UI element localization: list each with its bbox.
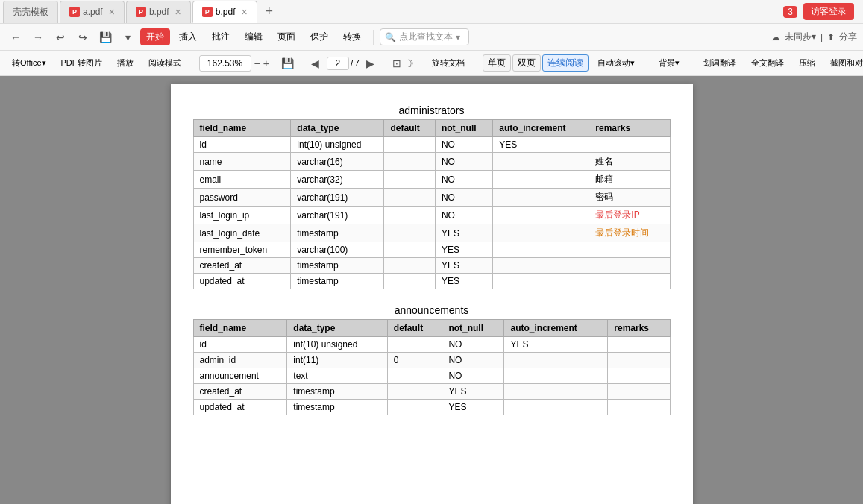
administrators-table: field_name data_type default not_null au…	[193, 119, 671, 289]
cell-default	[384, 242, 435, 258]
full-translate-btn[interactable]: 全文翻译	[745, 55, 790, 71]
vocab-translate-btn[interactable]: 划词翻译	[697, 55, 742, 71]
table-row: remember_tokenvarchar(100)YES	[193, 242, 670, 258]
tab-a-pdf[interactable]: P a.pdf ×	[60, 1, 125, 23]
cell-not_null: NO	[435, 189, 492, 207]
separator-1	[373, 30, 374, 45]
cell-not_null: YES	[435, 242, 492, 258]
start-tab[interactable]: 开始	[140, 28, 170, 45]
cloud-sync-icon: ☁	[771, 32, 780, 42]
cell-field_name: password	[193, 189, 291, 207]
to-office-btn[interactable]: 转Office▾	[6, 55, 52, 71]
title-bar-right: 3 访客登录	[783, 3, 860, 20]
share-label[interactable]: 分享	[839, 31, 857, 43]
single-view-btn[interactable]: 单页	[483, 54, 511, 72]
cell-data_type: int(10) unsigned	[287, 337, 388, 353]
tab-template[interactable]: 壳壳模板	[3, 1, 58, 23]
compress-btn[interactable]: 压缩	[793, 55, 821, 71]
auto-scroll-btn[interactable]: 自动滚动▾	[591, 55, 641, 71]
next-page-btn[interactable]: ▶	[361, 54, 380, 73]
cell-not_null: YES	[442, 384, 504, 400]
background-btn[interactable]: 背景▾	[653, 55, 685, 71]
fit-page-btn[interactable]: ⊡	[392, 54, 401, 73]
table-row: passwordvarchar(191)NO密码	[193, 189, 670, 207]
cell-not_null: YES	[435, 224, 492, 242]
save-button[interactable]: 💾	[95, 28, 115, 47]
cell-auto_increment: YES	[504, 337, 608, 353]
tab-a-pdf-close[interactable]: ×	[109, 6, 115, 18]
table-row: created_attimestampYES	[193, 258, 670, 274]
cell-remarks	[589, 258, 670, 274]
announcements-table: field_name data_type default not_null au…	[193, 319, 671, 415]
rotate-doc-btn[interactable]: 旋转文档	[426, 55, 471, 71]
night-mode-btn[interactable]: ☽	[404, 54, 414, 73]
cell-default	[387, 368, 442, 384]
pdf-icon-b1: P	[136, 7, 146, 17]
edit-tab[interactable]: 编辑	[239, 28, 269, 45]
cell-not_null: NO	[435, 153, 492, 171]
tab-b-pdf-2-close[interactable]: ×	[241, 6, 247, 18]
save-doc-btn[interactable]: 💾	[281, 54, 294, 73]
save-dropdown[interactable]: ▾	[118, 28, 137, 47]
tab-b-pdf-2[interactable]: P b.pdf ×	[192, 1, 257, 23]
table-row: updated_attimestampYES	[193, 274, 670, 289]
new-tab-button[interactable]: +	[259, 1, 280, 22]
search-area[interactable]: 🔍 点此查找文本 ▾	[380, 28, 469, 45]
forward-button[interactable]: →	[28, 28, 48, 47]
cell-not_null: NO	[442, 337, 504, 353]
cell-default	[387, 384, 442, 400]
cell-not_null: YES	[442, 400, 504, 415]
double-view-btn[interactable]: 双页	[512, 54, 541, 72]
cell-not_null: YES	[435, 258, 492, 274]
cell-default: 0	[387, 353, 442, 368]
cell-auto_increment	[493, 224, 589, 242]
cell-remarks: 最后登录IP	[589, 207, 670, 224]
page-tab[interactable]: 页面	[272, 28, 301, 45]
zoom-input[interactable]	[199, 55, 251, 72]
cell-remarks: 邮箱	[589, 171, 670, 189]
admin-header-row: field_name data_type default not_null au…	[193, 120, 670, 137]
cell-auto_increment	[493, 242, 589, 258]
redo-button[interactable]: ↪	[73, 28, 92, 47]
zoom-in-btn[interactable]: +	[263, 54, 269, 73]
page-total: 7	[354, 58, 360, 69]
page-current-input[interactable]	[327, 57, 349, 70]
insert-tab[interactable]: 插入	[173, 28, 203, 45]
continuous-view-btn[interactable]: 连续阅读	[542, 54, 589, 72]
tab-a-pdf-label: a.pdf	[83, 7, 103, 17]
cell-field_name: announcement	[193, 368, 287, 384]
play-btn[interactable]: 播放	[111, 55, 139, 71]
cell-default	[384, 274, 435, 289]
login-button[interactable]: 访客登录	[803, 3, 854, 20]
back-button[interactable]: ←	[6, 28, 25, 47]
cell-data_type: text	[287, 368, 388, 384]
cell-field_name: created_at	[193, 384, 287, 400]
admin-col-remarks: remarks	[589, 120, 670, 137]
admin-col-field: field_name	[193, 120, 291, 137]
prev-page-btn[interactable]: ◀	[306, 54, 325, 73]
cell-remarks	[589, 242, 670, 258]
cell-field_name: id	[193, 337, 287, 353]
cell-field_name: updated_at	[193, 400, 287, 415]
sync-label[interactable]: 未同步▾	[785, 31, 816, 43]
cell-data_type: timestamp	[287, 384, 388, 400]
cell-data_type: varchar(100)	[291, 242, 384, 258]
cell-remarks: 密码	[589, 189, 670, 207]
cell-auto_increment	[493, 171, 589, 189]
zoom-out-btn[interactable]: −	[254, 54, 260, 73]
tab-b-pdf-1-close[interactable]: ×	[175, 6, 181, 18]
cell-data_type: timestamp	[291, 274, 384, 289]
undo-button[interactable]: ↩	[51, 28, 70, 47]
crop-btn[interactable]: 截图和对比	[824, 55, 863, 71]
cell-remarks	[608, 400, 670, 415]
tab-template-label: 壳壳模板	[13, 6, 48, 19]
batch-tab[interactable]: 批注	[206, 28, 236, 45]
table-row: created_attimestampYES	[193, 384, 670, 400]
convert-tab[interactable]: 转换	[337, 28, 367, 45]
tab-b-pdf-1[interactable]: P b.pdf ×	[126, 1, 191, 23]
page-navigation: ◀ / 7 ▶	[306, 54, 380, 73]
protect-tab[interactable]: 保护	[304, 28, 334, 45]
pdf-to-img-btn[interactable]: PDF转图片	[55, 55, 108, 71]
read-mode-btn[interactable]: 阅读模式	[142, 55, 187, 71]
cell-default	[384, 258, 435, 274]
